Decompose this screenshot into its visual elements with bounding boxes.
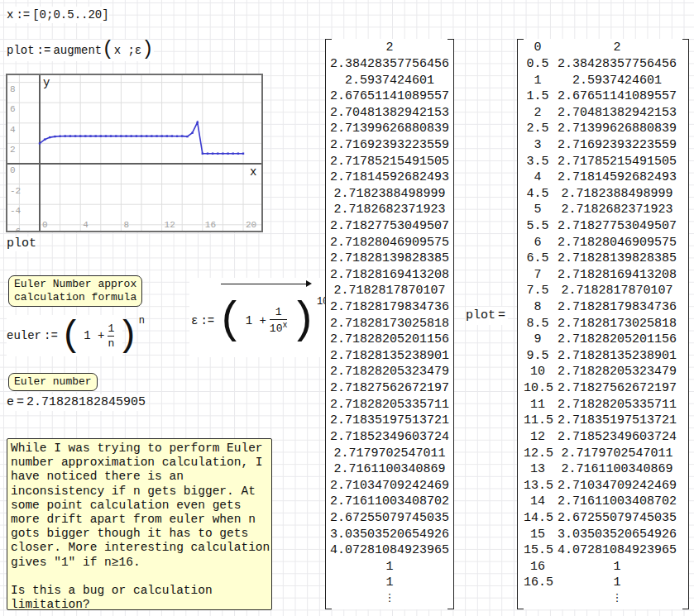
term-one-plus: 1 + bbox=[246, 314, 266, 327]
matrix-row: 42.71814592682493 bbox=[524, 170, 682, 186]
matrix-row: 2.71828169413208 bbox=[332, 267, 448, 284]
matrix-row: 1 bbox=[332, 575, 448, 591]
expression-epsilon-definition[interactable]: ε:=(1 +110x)10x= bbox=[189, 278, 333, 357]
matrix-row: 10.52.71827562672197 bbox=[524, 380, 682, 397]
matrix-row: 9.52.71828135238901 bbox=[524, 348, 682, 365]
matrix-row: 2.71828173025818 bbox=[332, 315, 448, 332]
annotation-line: Euler number bbox=[14, 375, 92, 389]
expression-plot-definition[interactable]: plot:=augment(x ;ε) bbox=[7, 40, 154, 61]
matrix-row: 1.52.67651141089557 bbox=[524, 88, 682, 105]
matrix-cell-x: 12.5 bbox=[524, 446, 552, 461]
matrix-row: 2.67651141089557 bbox=[332, 88, 448, 105]
expression-plot-name[interactable]: plot bbox=[7, 236, 36, 251]
matrix-cell-epsilon: 1 bbox=[552, 560, 682, 574]
matrix-row: 11.52.71835197513721 bbox=[524, 413, 682, 429]
vectorize-arrow-icon bbox=[221, 284, 310, 284]
annotation-euler-number[interactable]: Euler number bbox=[8, 373, 98, 391]
matrix-cell-epsilon: 2.7182388498999 bbox=[552, 187, 682, 201]
equals-operator: = bbox=[14, 394, 26, 411]
annotation-note[interactable]: While I was trying to perform Eulernumbe… bbox=[7, 438, 272, 610]
matrix-row: 2.71828135238901 bbox=[332, 348, 448, 365]
matrix-cell-x: 4.5 bbox=[524, 187, 552, 201]
plot-region[interactable]: 86420-2-4-6048121620yx bbox=[6, 74, 263, 232]
numerator: 1 bbox=[275, 306, 282, 318]
expression-e-value[interactable]: e=2.71828182845905 bbox=[7, 394, 146, 411]
matrix-cell-epsilon: 4.07281084923965 bbox=[552, 543, 682, 557]
expr-lhs: euler bbox=[7, 329, 41, 342]
svg-text:4: 4 bbox=[10, 125, 16, 135]
note-line: gots bigger though it has to gets bbox=[11, 527, 268, 541]
matrix-cell-x: 16 bbox=[524, 560, 552, 574]
close-paren: ) bbox=[141, 41, 153, 58]
expression-euler-definition[interactable]: euler:=(1 +1n)n bbox=[7, 315, 122, 356]
matrix-cell-x: 11 bbox=[524, 398, 552, 412]
matrix-row: 2.38428357756456 bbox=[332, 56, 448, 73]
svg-text:-4: -4 bbox=[10, 206, 22, 216]
matrix-cell-epsilon: 2.71828179834736 bbox=[552, 300, 682, 314]
matrix-row: 2.71611003408702 bbox=[332, 494, 448, 510]
matrix-plot-result[interactable]: 020.52.3842835775645612.59374246011.52.6… bbox=[517, 39, 689, 609]
matrix-row: 2.71827753049507 bbox=[332, 218, 448, 235]
matrix-cell-x: 9 bbox=[524, 332, 552, 346]
equals-operator: = bbox=[495, 308, 508, 324]
matrix-row: 8.52.71828173025818 bbox=[524, 315, 682, 332]
term-one-plus: 1 + bbox=[84, 329, 104, 342]
matrix-cell-epsilon: 2.71828135238901 bbox=[552, 349, 682, 363]
matrix-cell-epsilon: 2.7182817870107 bbox=[552, 284, 682, 298]
matrix-ellipsis-icon: ⋮ bbox=[524, 591, 682, 605]
numerator: 1 bbox=[108, 322, 114, 335]
note-line: Is this a bug or calculation bbox=[11, 584, 268, 598]
worksheet-canvas[interactable]: x:=[0;0.5..20] plot:=augment(x ;ε) 86420… bbox=[0, 0, 694, 616]
matrix-cell-x: 10 bbox=[524, 365, 552, 379]
expr-lhs: e bbox=[7, 394, 14, 411]
plot-canvas: 86420-2-4-6048121620yx bbox=[7, 75, 261, 231]
matrix-row: 2.71692393223559 bbox=[332, 137, 448, 154]
matrix-cell-epsilon: 2.67651141089557 bbox=[552, 89, 682, 103]
matrix-row: 82.71828179834736 bbox=[524, 299, 682, 316]
matrix-row: 2.67255079745035 bbox=[332, 510, 448, 527]
expr-value: 2.71828182845905 bbox=[26, 394, 146, 411]
matrix-row: 52.7182682371923 bbox=[524, 202, 682, 218]
matrix-row: 02 bbox=[524, 40, 682, 56]
note-line: closer. More interesting calculation bbox=[11, 541, 268, 555]
matrix-row: 2.71828205335711 bbox=[332, 396, 448, 413]
matrix-cell-epsilon: 2.71835197513721 bbox=[552, 413, 682, 427]
annotation-euler-approx[interactable]: Euler Number approx calculation formula bbox=[8, 275, 142, 307]
note-line: inconsistency if n gets bigger. At bbox=[11, 485, 268, 499]
matrix-cell-epsilon: 2.71828173025818 bbox=[552, 317, 682, 331]
annotation-line: calculation formula bbox=[14, 291, 136, 304]
matrix-cell-epsilon: 2.71692393223559 bbox=[552, 138, 682, 152]
matrix-row: 5.52.71827753049507 bbox=[524, 218, 682, 235]
matrix-row: 2.7182817870107 bbox=[332, 283, 448, 299]
matrix-row: 32.71692393223559 bbox=[524, 137, 682, 154]
matrix-row: 15.54.07281084923965 bbox=[524, 542, 682, 559]
matrix-cell-x: 13 bbox=[524, 462, 552, 476]
matrix-row: 2.71827562672197 bbox=[332, 380, 448, 397]
matrix-row: 153.03503520654926 bbox=[524, 526, 682, 542]
fraction-bar bbox=[108, 336, 114, 337]
svg-text:y: y bbox=[43, 76, 50, 89]
matrix-cell-epsilon: 2.71828139828385 bbox=[552, 251, 682, 265]
expr-lhs: x bbox=[7, 7, 13, 23]
matrix-cell-x: 10.5 bbox=[524, 381, 552, 395]
matrix-row: 2.71399626880839 bbox=[332, 121, 448, 137]
matrix-row: 1 bbox=[332, 559, 448, 575]
matrix-row: 132.7161100340869 bbox=[524, 461, 682, 478]
matrix-cell-x: 9.5 bbox=[524, 349, 552, 363]
matrix-row: 2.71828205201156 bbox=[332, 332, 448, 348]
matrix-cell-epsilon: 2.71827562672197 bbox=[552, 381, 682, 395]
matrix-cell-epsilon: 2 bbox=[552, 41, 682, 55]
matrix-cell-epsilon: 2.71852349603724 bbox=[552, 430, 682, 444]
matrix-cell-epsilon: 2.71828205201156 bbox=[552, 332, 682, 346]
matrix-row: 2.7182388498999 bbox=[332, 185, 448, 202]
expression-plot-result[interactable]: plot= bbox=[466, 307, 508, 325]
matrix-row: 2.71785215491505 bbox=[332, 153, 448, 170]
matrix-epsilon-result[interactable]: 22.384283577564562.59374246012.676511410… bbox=[325, 39, 454, 609]
svg-text:-2: -2 bbox=[10, 186, 21, 196]
close-paren: ) bbox=[117, 318, 138, 354]
expression-x-definition[interactable]: x:=[0;0.5..20] bbox=[7, 7, 109, 23]
matrix-row: 12.5937424601 bbox=[524, 72, 682, 88]
expr-lhs: ε bbox=[191, 314, 198, 327]
matrix-row: 14.52.67255079745035 bbox=[524, 510, 682, 527]
open-paren: ( bbox=[217, 300, 243, 341]
